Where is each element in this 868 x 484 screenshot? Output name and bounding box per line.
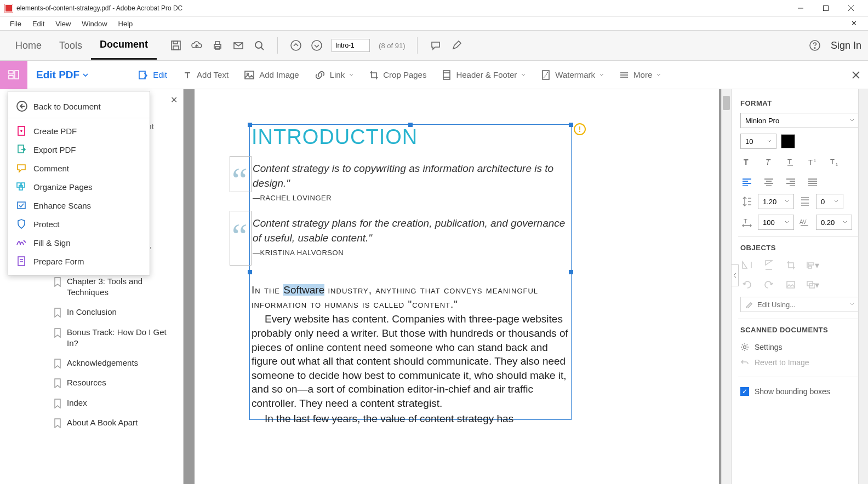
- scanned-settings-link[interactable]: Settings: [740, 339, 859, 355]
- edit-action-add-image[interactable]: Add Image: [236, 70, 307, 80]
- quote-mark-icon: “: [232, 227, 247, 245]
- tab-document[interactable]: Document: [91, 31, 157, 60]
- svg-line-14: [261, 47, 264, 50]
- tab-tools[interactable]: Tools: [50, 32, 91, 59]
- panel-close-icon[interactable]: ✕: [170, 95, 178, 105]
- format-heading: FORMAT: [740, 99, 859, 107]
- svg-rect-71: [787, 281, 795, 288]
- page-up-icon[interactable]: [290, 39, 302, 51]
- bookmark-item[interactable]: About A Book Apart: [0, 413, 183, 433]
- tool-enhance-scans[interactable]: Enhance Scans: [8, 196, 150, 215]
- align-justify-icon[interactable]: [806, 175, 819, 188]
- align-center-icon[interactable]: [762, 175, 775, 188]
- app-icon: [4, 4, 13, 13]
- align-left-icon[interactable]: [740, 175, 753, 188]
- edit-toolbar-close-icon[interactable]: [852, 71, 860, 79]
- help-icon[interactable]: [809, 39, 821, 51]
- underline-icon[interactable]: T: [784, 155, 797, 169]
- warning-badge-icon[interactable]: !: [574, 123, 586, 135]
- comment-icon: [16, 163, 27, 173]
- menu-file[interactable]: File: [4, 19, 27, 29]
- align-right-icon[interactable]: [784, 175, 797, 188]
- tool-prepare-form[interactable]: Prepare Form: [8, 252, 150, 270]
- bookmark-item[interactable]: Bonus Track: How Do I Get In?: [0, 322, 183, 354]
- edit-action-crop[interactable]: Crop Pages: [361, 70, 434, 80]
- edit-pdf-dropdown[interactable]: Edit PDF: [27, 69, 97, 81]
- tool-export-pdf[interactable]: Export PDF: [8, 140, 150, 159]
- edit-action-more[interactable]: More: [612, 70, 669, 79]
- edit-action-edit[interactable]: Edit: [130, 70, 175, 80]
- font-size-select[interactable]: 10: [740, 134, 776, 149]
- quote-mark-icon: “: [232, 171, 247, 189]
- panel-collapse-handle[interactable]: [731, 264, 739, 286]
- menu-window[interactable]: Window: [76, 19, 112, 29]
- scrollbar[interactable]: [721, 89, 731, 484]
- svg-point-74: [744, 346, 746, 349]
- char-space-icon: AV: [798, 218, 812, 227]
- objects-heading: OBJECTS: [740, 244, 859, 252]
- para-space-select[interactable]: 0: [816, 194, 843, 209]
- superscript-icon[interactable]: T1: [806, 155, 819, 169]
- menu-view[interactable]: View: [50, 19, 76, 29]
- edit-action-header-footer[interactable]: Header & Footer: [434, 70, 533, 80]
- scrollbar[interactable]: [858, 89, 868, 484]
- comment-bubble-icon[interactable]: [430, 39, 442, 51]
- svg-rect-8: [173, 46, 179, 50]
- window-close-button[interactable]: [838, 0, 864, 16]
- highlight-pen-icon[interactable]: [450, 39, 462, 51]
- cloud-upload-icon[interactable]: [191, 39, 203, 51]
- bold-icon[interactable]: T: [740, 155, 753, 169]
- hscale-select[interactable]: 100: [758, 215, 794, 230]
- edit-pdf-tool-icon[interactable]: [0, 61, 27, 89]
- menu-edit[interactable]: Edit: [27, 19, 50, 29]
- line-height-select[interactable]: 1.20: [758, 194, 794, 209]
- bookmark-icon: [54, 399, 61, 408]
- bookmark-item[interactable]: Resources: [0, 373, 183, 393]
- char-space-select[interactable]: 0.20: [816, 215, 852, 230]
- page-down-icon[interactable]: [311, 39, 323, 51]
- title-bar: elements-of-content-strategy.pdf - Adobe…: [0, 0, 868, 17]
- font-color-picker[interactable]: [781, 134, 795, 148]
- bookmark-item[interactable]: Acknowledgements: [0, 353, 183, 373]
- signin-link[interactable]: Sign In: [831, 40, 861, 51]
- tool-create-pdf[interactable]: Create PDF: [8, 122, 150, 140]
- svg-rect-21: [15, 71, 19, 79]
- hscale-icon: T: [740, 218, 753, 227]
- search-icon[interactable]: [253, 39, 265, 51]
- document-viewport[interactable]: ! INTRODUCTION “ Content strategy is to …: [184, 89, 731, 484]
- tool-fill-sign[interactable]: Fill & Sign: [8, 233, 150, 252]
- bookmark-item[interactable]: In Conclusion: [0, 302, 183, 322]
- bookmark-icon: [54, 308, 61, 318]
- page-number-field[interactable]: [332, 39, 370, 52]
- svg-text:T: T: [766, 158, 771, 166]
- bookmark-item[interactable]: Chapter 3: Tools and Techniques: [0, 272, 183, 303]
- replace-image-icon: [784, 278, 797, 291]
- font-family-select[interactable]: Minion Pro: [740, 113, 859, 128]
- italic-icon[interactable]: T: [762, 155, 775, 169]
- tab-home[interactable]: Home: [7, 32, 50, 59]
- tool-comment[interactable]: Comment: [8, 159, 150, 177]
- subscript-icon[interactable]: T1: [828, 155, 841, 169]
- line-height-icon: [740, 196, 753, 207]
- print-icon[interactable]: [212, 39, 224, 51]
- svg-rect-70: [808, 266, 812, 268]
- tool-organize-pages[interactable]: Organize Pages: [8, 177, 150, 196]
- back-to-document[interactable]: Back to Document: [8, 96, 150, 118]
- svg-point-18: [814, 48, 815, 49]
- svg-text:1: 1: [814, 158, 816, 162]
- edit-action-watermark[interactable]: Watermark: [533, 70, 612, 80]
- edit-using-select[interactable]: Edit Using...: [740, 297, 859, 312]
- edit-action-add-text[interactable]: Add Text: [175, 70, 236, 80]
- minimize-button[interactable]: [788, 0, 813, 16]
- tool-protect[interactable]: Protect: [8, 215, 150, 233]
- menu-help[interactable]: Help: [113, 19, 139, 29]
- quote-text: Content strategy plans for the creation,…: [253, 216, 570, 245]
- save-icon[interactable]: [170, 39, 182, 51]
- show-bounding-boxes-checkbox[interactable]: ✓Show bounding boxes: [740, 384, 859, 399]
- maximize-button[interactable]: [813, 0, 838, 16]
- edit-action-link[interactable]: Link: [307, 70, 362, 80]
- bookmark-item[interactable]: Index: [0, 393, 183, 413]
- menubar-close-icon[interactable]: ✕: [846, 18, 863, 28]
- svg-rect-79: [21, 183, 25, 187]
- mail-icon[interactable]: [232, 39, 244, 51]
